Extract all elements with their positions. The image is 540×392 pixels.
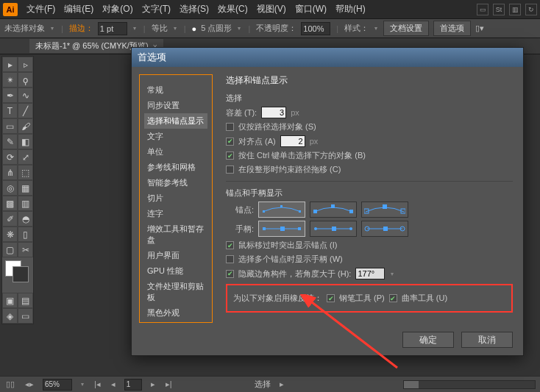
draw-mode-icon[interactable]: ◈ bbox=[2, 308, 18, 324]
uniform-label[interactable]: 等比 bbox=[152, 23, 168, 34]
angle-dropdown-icon[interactable]: ▾ bbox=[389, 271, 395, 277]
zoom-dropdown-icon[interactable]: ▾ bbox=[79, 381, 85, 388]
anchor-style-1[interactable] bbox=[258, 202, 305, 218]
symbol-spray-icon[interactable]: ❋ bbox=[2, 227, 18, 242]
align-icon[interactable]: ▯▾ bbox=[475, 24, 484, 33]
style-label[interactable]: 样式： bbox=[344, 23, 369, 34]
layout-icon[interactable]: ▭ bbox=[477, 4, 489, 15]
menu-view[interactable]: 视图(V) bbox=[252, 3, 291, 15]
cat-ui[interactable]: 用户界面 bbox=[144, 248, 207, 263]
cat-units[interactable]: 单位 bbox=[144, 144, 207, 160]
fill-mode-icon[interactable]: ▣ bbox=[2, 293, 18, 308]
cat-plugins[interactable]: 增效工具和暂存盘 bbox=[144, 221, 207, 248]
cat-smart-guides[interactable]: 智能参考线 bbox=[144, 175, 207, 190]
anchor-style-3[interactable] bbox=[361, 202, 408, 218]
perspective-icon[interactable]: ▦ bbox=[18, 180, 33, 196]
scale-tool-icon[interactable]: ⤢ bbox=[18, 149, 33, 165]
line-tool-icon[interactable]: ╱ bbox=[18, 103, 33, 118]
sync-icon[interactable]: ↻ bbox=[525, 4, 537, 15]
lasso-tool-icon[interactable]: ϙ bbox=[18, 72, 33, 88]
menu-type[interactable]: 文字(T) bbox=[138, 3, 175, 15]
expand-icon[interactable]: ◂▸ bbox=[24, 379, 35, 389]
brush-label[interactable]: 5 点圆形 bbox=[201, 23, 232, 34]
cat-general[interactable]: 常规 bbox=[144, 82, 207, 98]
arrange-icon[interactable]: ▥ bbox=[509, 4, 521, 15]
handle-style-3[interactable] bbox=[361, 221, 408, 237]
status-menu-icon[interactable]: ▸ bbox=[278, 379, 285, 389]
stroke-label[interactable]: 描边： bbox=[69, 23, 93, 34]
background-swatch[interactable] bbox=[13, 266, 29, 282]
cat-hyphenation[interactable]: 连字 bbox=[144, 206, 207, 221]
h-scrollbar[interactable] bbox=[403, 380, 536, 389]
shape-builder-icon[interactable]: ◎ bbox=[2, 180, 18, 196]
rubber-curv-checkbox[interactable] bbox=[389, 294, 397, 302]
direct-select-tool-icon[interactable]: ▹ bbox=[18, 57, 33, 72]
pen-tool-icon[interactable]: ✒ bbox=[2, 88, 18, 103]
hide-corner-checkbox[interactable] bbox=[226, 270, 234, 278]
cat-black[interactable]: 黑色外观 bbox=[144, 305, 207, 321]
constrain-checkbox[interactable] bbox=[226, 165, 234, 174]
cat-slices[interactable]: 切片 bbox=[144, 190, 207, 206]
rect-tool-icon[interactable]: ▭ bbox=[2, 118, 18, 134]
dropdown-arrow-icon[interactable]: ▾ bbox=[373, 25, 379, 32]
gradient-mode-icon[interactable]: ▤ bbox=[18, 293, 33, 308]
menu-window[interactable]: 窗口(W) bbox=[291, 3, 331, 15]
menu-edit[interactable]: 编辑(E) bbox=[60, 3, 98, 15]
artboard-tool-icon[interactable]: ▢ bbox=[2, 242, 18, 257]
rotate-tool-icon[interactable]: ⟳ bbox=[2, 149, 18, 165]
anchor-style-2[interactable] bbox=[310, 202, 357, 218]
color-swatches[interactable] bbox=[2, 257, 33, 279]
cat-gpu[interactable]: GPU 性能 bbox=[144, 263, 207, 279]
stroke-value-input[interactable] bbox=[98, 22, 127, 35]
tolerance-input[interactable] bbox=[261, 107, 286, 118]
path-only-checkbox[interactable] bbox=[226, 123, 234, 131]
cat-guides[interactable]: 参考线和网格 bbox=[144, 160, 207, 175]
screen-mode-icon[interactable]: ▭ bbox=[18, 308, 33, 324]
curvature-tool-icon[interactable]: ∿ bbox=[18, 88, 33, 103]
dropdown-arrow-icon[interactable]: ▾ bbox=[49, 25, 55, 32]
graph-tool-icon[interactable]: ▯ bbox=[18, 227, 33, 242]
highlight-hover-checkbox[interactable] bbox=[226, 241, 234, 249]
eraser-tool-icon[interactable]: ◧ bbox=[18, 134, 33, 149]
dropdown-arrow-icon[interactable]: ▾ bbox=[132, 25, 138, 32]
prefs-button[interactable]: 首选项 bbox=[433, 21, 471, 36]
artboard-index-input[interactable] bbox=[124, 379, 142, 391]
snap-point-checkbox[interactable] bbox=[226, 138, 234, 146]
free-transform-icon[interactable]: ⬚ bbox=[18, 165, 33, 180]
brush-tool-icon[interactable]: 🖌 bbox=[18, 118, 33, 134]
cat-selection-anchor[interactable]: 选择和锚点显示 bbox=[144, 113, 207, 129]
cat-file-clipboard[interactable]: 文件处理和剪贴板 bbox=[144, 279, 207, 305]
dropdown-arrow-icon[interactable]: ▾ bbox=[172, 25, 178, 32]
menu-effect[interactable]: 效果(C) bbox=[213, 3, 252, 15]
doc-setup-button[interactable]: 文档设置 bbox=[383, 21, 429, 36]
first-page-icon[interactable]: |◂ bbox=[93, 379, 102, 389]
menu-file[interactable]: 文件(F) bbox=[22, 3, 60, 15]
width-tool-icon[interactable]: ⋔ bbox=[2, 165, 18, 180]
blend-tool-icon[interactable]: ◓ bbox=[18, 211, 33, 227]
menu-select[interactable]: 选择(S) bbox=[175, 3, 213, 15]
cat-type[interactable]: 文字 bbox=[144, 129, 207, 144]
prev-page-icon[interactable]: ◂ bbox=[110, 379, 117, 389]
cancel-button[interactable]: 取消 bbox=[461, 332, 513, 348]
opacity-input[interactable] bbox=[301, 22, 330, 35]
ctrl-click-checkbox[interactable] bbox=[226, 152, 234, 160]
nest-icon[interactable]: ▯▯ bbox=[4, 379, 16, 389]
dropdown-arrow-icon[interactable]: ▾ bbox=[236, 25, 242, 32]
mesh-tool-icon[interactable]: ▩ bbox=[2, 196, 18, 211]
cat-sync[interactable]: 同步设置 bbox=[144, 98, 207, 113]
menu-help[interactable]: 帮助(H) bbox=[331, 3, 370, 15]
zoom-input[interactable] bbox=[43, 379, 72, 391]
hide-corner-input[interactable] bbox=[355, 268, 385, 279]
menu-object[interactable]: 对象(O) bbox=[98, 3, 137, 15]
handle-style-1[interactable] bbox=[258, 221, 305, 237]
pencil-tool-icon[interactable]: ✎ bbox=[2, 134, 18, 149]
last-page-icon[interactable]: ▸| bbox=[164, 379, 174, 389]
multi-handles-checkbox[interactable] bbox=[226, 255, 234, 263]
selection-tool-icon[interactable]: ▸ bbox=[2, 57, 18, 72]
slice-tool-icon[interactable]: ✂ bbox=[18, 242, 33, 257]
handle-style-2[interactable] bbox=[310, 221, 357, 237]
gradient-tool-icon[interactable]: ▥ bbox=[18, 196, 33, 211]
st-icon[interactable]: St bbox=[493, 4, 505, 15]
wand-tool-icon[interactable]: ✴ bbox=[2, 72, 18, 88]
ok-button[interactable]: 确定 bbox=[402, 332, 454, 348]
